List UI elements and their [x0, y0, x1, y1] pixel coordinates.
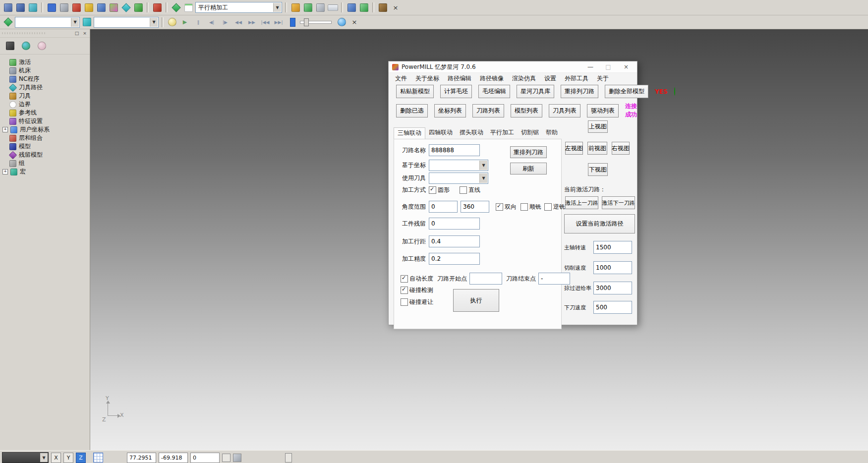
tab-swivel-head[interactable]: 摆头联动	[456, 127, 487, 139]
tree-item-tools[interactable]: 刀具	[2, 92, 90, 100]
measure-icon[interactable]	[58, 2, 69, 13]
strategy-combo-arrow-icon[interactable]: ▼	[273, 3, 281, 12]
strategy-list-icon[interactable]	[183, 2, 194, 13]
tree-item-patterns[interactable]: 参考线	[2, 109, 90, 117]
block-edit-button[interactable]: 毛坯编辑	[478, 85, 510, 98]
tree-item-boundaries[interactable]: 边界	[2, 100, 90, 109]
top-view-button[interactable]: 上视图	[588, 120, 608, 133]
toolbar2-close-button[interactable]: ×	[350, 18, 358, 27]
tab-4axis[interactable]: 四轴联动	[425, 127, 456, 139]
speed-slider-knob[interactable]	[304, 18, 309, 26]
set-active-path-button[interactable]: 设置当前激活路径	[564, 214, 635, 233]
dialog-close-button[interactable]: ×	[619, 63, 634, 70]
tree-item-nc-programs[interactable]: NC程序	[2, 75, 90, 83]
spindle-speed-input[interactable]	[593, 241, 632, 254]
expand-icon[interactable]: +	[2, 169, 8, 174]
strategy-combo[interactable]: 平行精加工 ▼	[195, 2, 282, 13]
tree-item-workplanes[interactable]: +用户坐标系	[2, 125, 90, 134]
tree-item-feature-sets[interactable]: 特征设置	[2, 117, 90, 125]
menu-settings[interactable]: 设置	[544, 74, 556, 83]
toolpath-list-icon[interactable]	[171, 2, 181, 13]
bidirectional-checkbox[interactable]: 双向	[496, 203, 517, 211]
left-view-button[interactable]: 左视图	[565, 142, 583, 155]
menu-path-edit[interactable]: 路径编辑	[448, 74, 471, 83]
explorer-grip[interactable]: □ ×	[0, 29, 90, 38]
favorites-icon[interactable]	[36, 41, 47, 52]
explorer-close-button[interactable]: ×	[82, 30, 88, 36]
tab-help[interactable]: 帮助	[542, 127, 561, 139]
sim-tool-combo[interactable]: ▼	[94, 17, 159, 28]
readout-icon[interactable]	[327, 2, 338, 13]
save-icon[interactable]	[15, 2, 26, 13]
cutting-feed-input[interactable]	[593, 261, 632, 274]
expand-icon[interactable]: +	[2, 127, 8, 132]
tree-item-machine[interactable]: 机床	[2, 66, 90, 75]
dialog-maximize-button[interactable]: □	[601, 63, 616, 70]
speed-slider[interactable]	[300, 21, 332, 24]
explorer-pin-button[interactable]: □	[74, 30, 80, 36]
fast-forward-button[interactable]: ▶▶	[246, 17, 258, 27]
transform-icon[interactable]	[71, 2, 82, 13]
tree-item-models[interactable]: 模型	[2, 142, 90, 151]
insert-model-icon[interactable]	[2, 2, 13, 13]
list-options-icon[interactable]	[222, 454, 231, 462]
tool-library-button[interactable]: 星河刀具库	[517, 85, 554, 98]
axis-x-button[interactable]: X	[51, 453, 61, 463]
menu-about[interactable]: 关于	[597, 74, 609, 83]
angle-start-input[interactable]	[429, 201, 458, 213]
menu-external-tools[interactable]: 外部工具	[565, 74, 588, 83]
clock-icon[interactable]	[336, 17, 347, 28]
grid-icon[interactable]	[93, 453, 103, 463]
diamond-tool-icon[interactable]	[120, 2, 131, 13]
statistics-icon[interactable]	[302, 2, 313, 13]
pencil-icon[interactable]	[83, 2, 94, 13]
coord-x-field[interactable]: 77.2951	[127, 453, 156, 463]
menu-file[interactable]: 文件	[395, 74, 407, 83]
levels-icon[interactable]	[133, 2, 144, 13]
step-back-button[interactable]: ◀|	[206, 17, 218, 27]
axis-z-button[interactable]: Z	[76, 453, 86, 463]
go-to-end-button[interactable]: ▶▶|	[273, 17, 285, 27]
coord-y-field[interactable]: -69.918	[159, 453, 188, 463]
front-view-button[interactable]: 前视图	[587, 142, 607, 155]
print-icon[interactable]	[27, 2, 38, 13]
sim-toolpath-combo[interactable]: ▼	[15, 17, 80, 28]
sim-toolpath-icon[interactable]	[2, 17, 13, 28]
tree-item-stock-models[interactable]: 残留模型	[2, 151, 90, 159]
stepover-input[interactable]	[429, 235, 480, 247]
collision-avoid-checkbox[interactable]: 碰撞避让	[401, 298, 433, 306]
sim-tool-icon[interactable]	[81, 17, 92, 28]
statusbar-combo[interactable]: ▼	[2, 452, 49, 463]
toolpath-list-button[interactable]: 刀路列表	[472, 104, 504, 117]
circle-checkbox[interactable]: 圆形	[429, 186, 450, 194]
hierarchy-icon[interactable]	[4, 41, 15, 52]
dialog-minimize-button[interactable]: —	[583, 63, 598, 70]
auto-length-checkbox[interactable]: 自动长度	[401, 275, 433, 283]
toolpath-name-input[interactable]	[429, 144, 480, 156]
paint-icon[interactable]	[108, 2, 119, 13]
activate-next-button[interactable]: 激活下一刀路	[602, 196, 635, 209]
start-point-input[interactable]	[469, 273, 502, 285]
dialog-titlebar[interactable]: PowerMILL 忆梦星河 7.0.6 — □ ×	[389, 61, 637, 73]
tool-setup-icon[interactable]	[290, 2, 301, 13]
panel-toggle-icon[interactable]	[285, 453, 292, 463]
bottom-view-button[interactable]: 下视图	[588, 163, 608, 176]
base-coord-select[interactable]: ▼	[429, 160, 488, 171]
play-button[interactable]: ▶	[179, 17, 191, 27]
tree-item-macros[interactable]: +宏	[2, 168, 90, 176]
right-view-button[interactable]: 右视图	[612, 142, 630, 155]
axes-mode-icon[interactable]	[233, 454, 241, 462]
stock-input[interactable]	[429, 218, 480, 230]
tolerance-input[interactable]	[429, 253, 480, 265]
collision-check-checkbox[interactable]: 碰撞检测	[401, 286, 433, 294]
binoculars-icon[interactable]	[377, 2, 388, 13]
tab-parallel[interactable]: 平行加工	[487, 127, 518, 139]
tree-item-toolpaths[interactable]: 刀具路径	[2, 83, 90, 92]
refresh-button[interactable]: 刷新	[510, 163, 547, 174]
menu-render-sim[interactable]: 渲染仿真	[512, 74, 536, 83]
tab-saw-cut[interactable]: 切割锯	[518, 127, 542, 139]
coord-z-field[interactable]: 0	[190, 453, 220, 463]
use-tool-select[interactable]: ▼	[429, 173, 488, 184]
toolbar1-close-button[interactable]: ×	[392, 3, 400, 12]
tool-list-button[interactable]: 刀具列表	[549, 104, 580, 117]
